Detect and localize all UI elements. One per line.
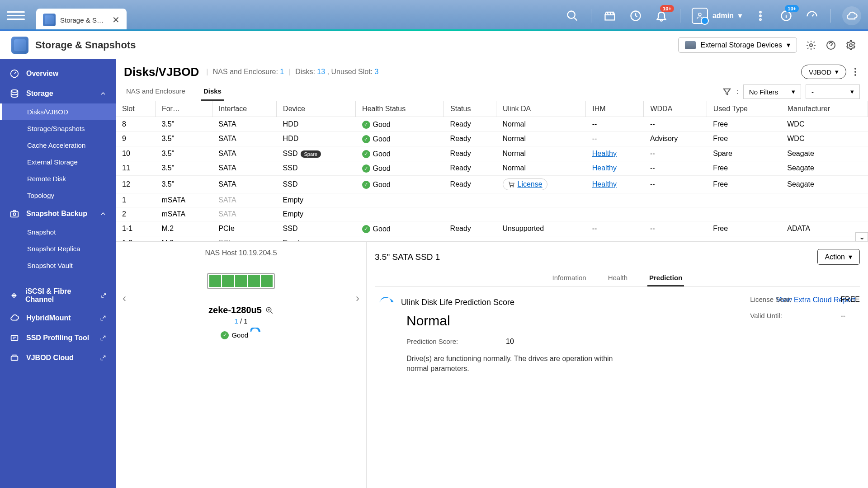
col-status[interactable]: Status bbox=[444, 101, 496, 117]
ihm-link[interactable]: Healthy bbox=[592, 164, 617, 172]
sidebar-item-disks-vjbod[interactable]: Disks/VJBOD bbox=[0, 103, 116, 120]
col-wdda[interactable]: WDDA bbox=[644, 101, 707, 117]
enclosure-name: zeke-1280u5 bbox=[208, 305, 274, 315]
prev-enclosure-icon[interactable]: ‹ bbox=[123, 292, 126, 305]
close-icon[interactable]: ✕ bbox=[112, 14, 120, 25]
tools-icon[interactable] bbox=[805, 39, 817, 51]
svg-rect-12 bbox=[11, 211, 19, 217]
svg-point-5 bbox=[760, 19, 761, 20]
app-tab[interactable]: Storage & S… ✕ bbox=[36, 9, 127, 31]
cloud-mount-icon bbox=[9, 313, 20, 324]
table-row[interactable]: 113.5"SATASSD✓GoodReadyNormalHealthy--Fr… bbox=[116, 161, 868, 176]
col-ihm[interactable]: IHM bbox=[586, 101, 644, 117]
sidebar-item-topology[interactable]: Topology bbox=[0, 187, 116, 204]
divider bbox=[830, 9, 831, 23]
table-row[interactable]: 1mSATASATAEmpty bbox=[116, 193, 868, 207]
ssd-icon bbox=[9, 333, 20, 343]
chevron-down-icon: ▾ bbox=[792, 88, 795, 96]
external-storage-dropdown[interactable]: External Storage Devices ▾ bbox=[678, 37, 797, 53]
more-icon[interactable] bbox=[753, 9, 768, 23]
filter-icon[interactable] bbox=[722, 87, 732, 97]
collapse-toggle-icon[interactable]: ⌄ bbox=[855, 232, 868, 241]
col-device[interactable]: Device bbox=[277, 101, 356, 117]
col-usedtype[interactable]: Used Type bbox=[707, 101, 781, 117]
svg-point-11 bbox=[11, 90, 18, 93]
settings-icon[interactable] bbox=[845, 39, 857, 51]
clapper-icon[interactable] bbox=[603, 9, 617, 23]
col-health[interactable]: Health Status bbox=[356, 101, 444, 117]
table-row[interactable]: 1-1M.2PCIeSSD✓GoodReadyUnsupported----Fr… bbox=[116, 221, 868, 236]
zoom-icon[interactable] bbox=[265, 306, 274, 314]
user-menu[interactable]: admin ▾ bbox=[692, 8, 742, 24]
svg-point-7 bbox=[810, 44, 812, 47]
sidebar-item-vjbod-cloud[interactable]: VJBOD Cloud bbox=[0, 348, 116, 368]
sidebar-item-snapshot-vault[interactable]: Snapshot Vault bbox=[0, 257, 116, 274]
disk-table-wrapper[interactable]: Slot For… Interface Device Health Status… bbox=[116, 101, 868, 241]
avatar-icon bbox=[692, 8, 708, 24]
external-link-icon bbox=[99, 334, 107, 342]
svg-point-9 bbox=[849, 44, 852, 47]
action-dropdown[interactable]: Action▾ bbox=[817, 249, 860, 265]
table-row[interactable]: 93.5"SATAHDD✓GoodReadyNormal--AdvisoryFr… bbox=[116, 131, 868, 146]
col-interface[interactable]: Interface bbox=[212, 101, 276, 117]
disk-detail-panel: 3.5" SATA SSD 1 Action▾ Information Heal… bbox=[367, 242, 868, 488]
detail-tab-prediction[interactable]: Prediction bbox=[647, 270, 684, 286]
col-format[interactable]: For… bbox=[155, 101, 212, 117]
sidebar-item-storage[interactable]: Storage bbox=[0, 84, 116, 103]
sidebar-item-snapshot-backup[interactable]: Snapshot Backup bbox=[0, 204, 116, 224]
sidebar-item-hybridmount[interactable]: HybridMount bbox=[0, 308, 116, 328]
sidebar-item-overview[interactable]: Overview bbox=[0, 64, 116, 84]
sidebar-item-cache-accel[interactable]: Cache Acceleration bbox=[0, 137, 116, 154]
filter-select-2[interactable]: -▾ bbox=[806, 84, 860, 99]
svg-point-16 bbox=[510, 187, 510, 187]
next-enclosure-icon[interactable]: › bbox=[356, 292, 359, 305]
sidebar-item-snapshot-replica[interactable]: Snapshot Replica bbox=[0, 240, 116, 257]
menu-button[interactable] bbox=[7, 7, 25, 25]
table-row[interactable]: 2mSATASATAEmpty bbox=[116, 207, 868, 221]
detail-tab-health[interactable]: Health bbox=[606, 270, 629, 286]
chevron-up-icon bbox=[99, 90, 107, 97]
tab-disks[interactable]: Disks bbox=[201, 83, 224, 101]
refresh-icon[interactable] bbox=[628, 9, 643, 23]
ihm-link[interactable]: Healthy bbox=[592, 180, 617, 188]
prediction-score-value: 10 bbox=[506, 338, 514, 346]
dashboard-icon[interactable] bbox=[805, 9, 819, 23]
page-meta: | NAS and Enclosure: 1 | Disks: 13 , Unu… bbox=[203, 68, 378, 76]
svg-point-17 bbox=[513, 187, 513, 187]
sidebar-item-ssd-profiling[interactable]: SSD Profiling Tool bbox=[0, 328, 116, 348]
prediction-score-label: Prediction Score: bbox=[406, 338, 479, 346]
bell-icon[interactable]: 10+ bbox=[654, 9, 669, 23]
sidebar-item-external-storage[interactable]: External Storage bbox=[0, 154, 116, 170]
table-row[interactable]: 103.5"SATASSDSpare✓GoodReadyNormalHealth… bbox=[116, 146, 868, 161]
table-row[interactable]: 1-2M.2PCIeEmpty bbox=[116, 236, 868, 241]
search-icon[interactable] bbox=[565, 9, 580, 23]
col-ulinkda[interactable]: Ulink DA bbox=[496, 101, 586, 117]
info-badge-icon[interactable]: 10+ bbox=[779, 9, 793, 23]
gauge-icon bbox=[9, 68, 20, 79]
chevron-down-icon: ▾ bbox=[849, 253, 852, 261]
col-mfr[interactable]: Manufacturer bbox=[781, 101, 868, 117]
sidebar-item-iscsi[interactable]: iSCSI & Fibre Channel bbox=[0, 283, 116, 308]
license-seat-label: License Seat: bbox=[750, 296, 822, 304]
more-options-icon[interactable] bbox=[851, 67, 860, 76]
table-row[interactable]: 83.5"SATAHDD✓GoodReadyNormal----FreeWDC bbox=[116, 117, 868, 132]
ihm-link[interactable]: Healthy bbox=[592, 150, 617, 157]
sidebar-item-snapshot[interactable]: Snapshot bbox=[0, 224, 116, 240]
chevron-down-icon: ▾ bbox=[835, 68, 839, 76]
cloud-icon[interactable] bbox=[842, 6, 861, 25]
license-button[interactable]: License bbox=[503, 178, 547, 190]
enclosure-graphic[interactable] bbox=[207, 273, 275, 289]
check-icon: ✓ bbox=[221, 331, 229, 339]
vjbod-dropdown[interactable]: VJBOD▾ bbox=[801, 65, 846, 79]
enclosure-status: ✓Good bbox=[221, 331, 248, 339]
detail-tab-information[interactable]: Information bbox=[551, 270, 588, 286]
table-row[interactable]: 123.5"SATASSD✓GoodReadyLicenseHealthy--F… bbox=[116, 176, 868, 193]
vjbod-cloud-icon bbox=[9, 352, 20, 363]
sidebar-item-storage-snapshots[interactable]: Storage/Snapshots bbox=[0, 120, 116, 137]
col-slot[interactable]: Slot bbox=[116, 101, 155, 117]
sidebar-item-remote-disk[interactable]: Remote Disk bbox=[0, 170, 116, 187]
filter-select[interactable]: No Filters▾ bbox=[743, 84, 801, 99]
tab-nas-enclosure[interactable]: NAS and Enclosure bbox=[124, 83, 188, 101]
svg-point-4 bbox=[760, 15, 761, 17]
help-icon[interactable] bbox=[825, 39, 837, 51]
